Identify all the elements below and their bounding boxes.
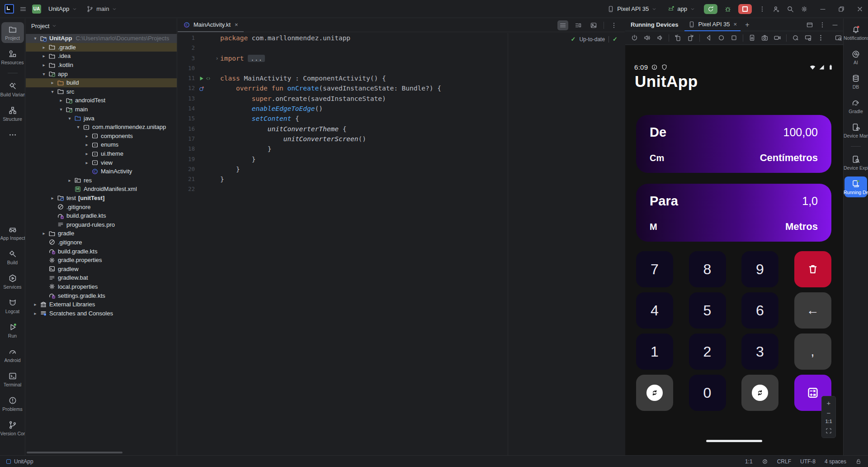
gear-icon[interactable] bbox=[801, 5, 808, 13]
project-view-selector[interactable]: Project bbox=[31, 23, 49, 29]
zoom-out-button[interactable]: − bbox=[827, 410, 831, 416]
tree-item-src[interactable]: ▾src bbox=[26, 87, 177, 96]
tree-item-androidmanifest-xml[interactable]: MAndroidManifest.xml bbox=[26, 185, 177, 194]
line-number[interactable]: 3 bbox=[178, 53, 195, 63]
power-icon[interactable] bbox=[631, 34, 638, 42]
add-device-tab-button[interactable]: + bbox=[745, 21, 749, 29]
tree-chevron-icon[interactable]: ▸ bbox=[31, 302, 39, 307]
tree-item-build[interactable]: ▸build bbox=[26, 78, 177, 87]
line-number[interactable]: 2 bbox=[178, 43, 195, 53]
split-view-icon[interactable] bbox=[573, 20, 584, 30]
tool-window-button-more-tool-windows[interactable] bbox=[1, 128, 24, 142]
code-view-icon[interactable] bbox=[557, 20, 568, 30]
line-number[interactable]: 20 bbox=[178, 164, 195, 174]
tree-item-mainactivity[interactable]: CMainActivity bbox=[26, 167, 177, 176]
emulator-screen[interactable]: 6:09 UnitApp De100,00CmCentímetrosPara1,… bbox=[625, 45, 843, 455]
rotate-right-icon[interactable] bbox=[687, 34, 694, 42]
tree-item-scratches-and-consoles[interactable]: ▸Scratches and Consoles bbox=[26, 309, 177, 318]
zoom-reset-button[interactable]: 1:1 bbox=[826, 419, 832, 424]
tree-item-app[interactable]: ▾app bbox=[26, 69, 177, 78]
kebab-icon[interactable] bbox=[609, 20, 619, 30]
tree-chevron-icon[interactable]: ▸ bbox=[57, 98, 65, 103]
tool-window-button-problems[interactable]: Problems bbox=[1, 393, 24, 414]
kebab-icon[interactable] bbox=[819, 21, 826, 29]
nav-back-icon[interactable] bbox=[705, 34, 712, 42]
close-tab-icon[interactable]: × bbox=[235, 21, 238, 28]
tool-window-button-build-variants[interactable]: Build Variants bbox=[1, 79, 24, 100]
tree-item-build-gradle-kts[interactable]: Kbuild.gradle.kts bbox=[26, 211, 177, 220]
tree-chevron-icon[interactable]: ▸ bbox=[48, 195, 57, 200]
line-number[interactable]: 18 bbox=[178, 144, 195, 154]
project-selector[interactable]: UnitApp bbox=[47, 4, 79, 14]
converter-card-to[interactable]: Para1,0MMetros bbox=[636, 184, 831, 242]
tree-chevron-icon[interactable]: ▾ bbox=[66, 116, 74, 121]
tree-item-com-marllonmendez-unitapp[interactable]: ▾com.marllonmendez.unitapp bbox=[26, 123, 177, 132]
tree-chevron-icon[interactable]: ▸ bbox=[83, 133, 91, 138]
tree-chevron-icon[interactable]: ▾ bbox=[74, 124, 82, 129]
converter-card-from[interactable]: De100,00CmCentímetros bbox=[636, 115, 831, 173]
key-7[interactable]: 7 bbox=[636, 251, 673, 287]
tree-item--gitignore[interactable]: .gitignore bbox=[26, 202, 177, 211]
run-marker-icon[interactable] bbox=[198, 76, 204, 81]
line-number[interactable]: 17 bbox=[178, 134, 195, 144]
tree-chevron-icon[interactable]: ▾ bbox=[57, 107, 65, 112]
tree-item-gradlew[interactable]: gradlew bbox=[26, 264, 177, 273]
tree-item-view[interactable]: ▸view bbox=[26, 158, 177, 167]
encoding-widget[interactable]: UTF-8 bbox=[800, 458, 816, 465]
rerun-button[interactable] bbox=[704, 4, 717, 14]
key-delete[interactable] bbox=[794, 251, 831, 287]
panel-restore-icon[interactable] bbox=[806, 21, 813, 29]
bug-icon[interactable] bbox=[724, 5, 731, 13]
nav-home-icon[interactable] bbox=[717, 34, 725, 42]
lock-open-icon[interactable] bbox=[855, 458, 862, 465]
tree-chevron-icon[interactable]: ▾ bbox=[31, 36, 39, 41]
rotate-left-icon[interactable] bbox=[674, 34, 682, 42]
tree-item--gradle[interactable]: ▸.gradle bbox=[26, 43, 177, 52]
tree-item--idea[interactable]: ▸.idea bbox=[26, 52, 177, 61]
tree-item-gradlew-bat[interactable]: gradlew.bat bbox=[26, 273, 177, 282]
tree-chevron-icon[interactable]: ▸ bbox=[83, 142, 91, 147]
line-number[interactable]: 1 bbox=[178, 33, 195, 43]
run-config-selector[interactable]: app bbox=[665, 4, 697, 14]
tree-item-local-properties[interactable]: local.properties bbox=[26, 282, 177, 291]
line-number[interactable]: 11 bbox=[178, 73, 195, 83]
tree-item-test[interactable]: ▸test[unitTest] bbox=[26, 194, 177, 203]
tree-item-unitapp[interactable]: ▾UnitAppC:\Users\marlo\Documents\Project… bbox=[26, 34, 177, 43]
key-8[interactable]: 8 bbox=[689, 251, 726, 287]
tree-chevron-icon[interactable]: ▸ bbox=[83, 151, 91, 156]
menu-icon[interactable] bbox=[19, 5, 27, 13]
line-number[interactable]: 14 bbox=[178, 104, 195, 114]
minimize-icon[interactable] bbox=[819, 5, 826, 13]
tree-chevron-icon[interactable]: ▸ bbox=[40, 45, 48, 50]
slash-circle-icon[interactable] bbox=[762, 458, 768, 465]
close-device-tab-icon[interactable]: × bbox=[734, 21, 737, 28]
tree-item--kotlin[interactable]: ▸.kotlin bbox=[26, 61, 177, 70]
tool-window-button-build[interactable]: Build bbox=[1, 247, 24, 267]
line-number[interactable]: 21 bbox=[178, 174, 195, 184]
tree-item-ui-theme[interactable]: ▸ui.theme bbox=[26, 149, 177, 158]
tool-window-button-structure[interactable]: Structure bbox=[1, 103, 24, 124]
statusbar-project-widget[interactable]: UnitApp bbox=[6, 458, 33, 465]
fold-marker-icon[interactable]: › bbox=[214, 53, 220, 63]
tree-item-build-gradle-kts[interactable]: Kbuild.gradle.kts bbox=[26, 247, 177, 256]
tree-item-enums[interactable]: ▸enums bbox=[26, 140, 177, 149]
key-9[interactable]: 9 bbox=[741, 251, 778, 287]
tree-item-external-libraries[interactable]: ▸External Libraries bbox=[26, 300, 177, 309]
indent-widget[interactable]: 4 spaces bbox=[825, 458, 846, 465]
tree-item-main[interactable]: ▾main bbox=[26, 105, 177, 114]
tree-chevron-icon[interactable]: ▸ bbox=[40, 62, 48, 67]
tree-item-gradle-properties[interactable]: gradle.properties bbox=[26, 256, 177, 265]
tree-item--gitignore[interactable]: .gitignore bbox=[26, 238, 177, 247]
hardware-input-icon[interactable] bbox=[804, 34, 812, 42]
line-number[interactable]: 13 bbox=[178, 94, 195, 104]
line-number[interactable]: 10 bbox=[178, 63, 195, 73]
line-number[interactable]: 12 bbox=[178, 83, 195, 93]
override-marker-icon[interactable] bbox=[198, 86, 205, 92]
device-settings-icon[interactable] bbox=[748, 34, 756, 42]
line-number[interactable]: 15 bbox=[178, 114, 195, 124]
fit-screen-icon[interactable] bbox=[825, 427, 832, 434]
home-indicator[interactable] bbox=[706, 440, 762, 442]
camera-icon[interactable] bbox=[761, 34, 769, 42]
key-4[interactable]: 4 bbox=[636, 292, 673, 329]
key-6[interactable]: 6 bbox=[741, 292, 778, 329]
